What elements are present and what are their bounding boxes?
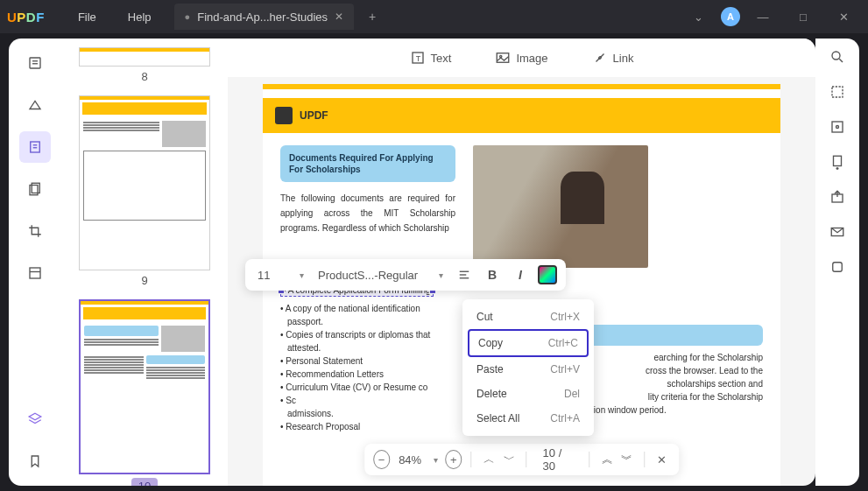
doc-brand: UPDF xyxy=(300,109,328,122)
zoom-in-button[interactable]: + xyxy=(445,450,462,469)
list-item: passport. xyxy=(280,317,447,326)
thumb-page-10[interactable]: 10 xyxy=(79,299,210,486)
bottom-nav: − 84% ▾ + ︿ ﹀ 10 / 30 ︾ ︾ ✕ xyxy=(364,444,680,475)
menu-file[interactable]: File xyxy=(62,11,112,24)
svg-point-21 xyxy=(836,126,839,129)
zoom-out-button[interactable]: − xyxy=(373,450,390,469)
svg-text:T: T xyxy=(415,54,420,63)
last-page-button[interactable]: ︾ xyxy=(618,450,635,469)
svg-rect-19 xyxy=(832,87,843,97)
list-item: • Research Proposal xyxy=(280,422,447,431)
new-tab-button[interactable]: + xyxy=(363,7,382,26)
ctx-copy[interactable]: CopyCtrl+C xyxy=(468,329,589,357)
thumb-page-9[interactable]: 9 xyxy=(79,95,210,287)
layers-icon[interactable] xyxy=(19,403,51,435)
svg-line-18 xyxy=(839,59,843,62)
tab-document[interactable]: ● Find-and-Ap...her-Studies ✕ xyxy=(174,4,355,30)
ocr-icon[interactable] xyxy=(829,84,845,103)
doc-logo-icon xyxy=(275,107,293,124)
tools-icon[interactable] xyxy=(19,257,51,289)
bookmark-icon[interactable] xyxy=(19,445,51,477)
avatar[interactable]: A xyxy=(721,7,740,26)
next-page-button[interactable]: ﹀ xyxy=(501,450,518,469)
ctx-paste[interactable]: PasteCtrl+V xyxy=(468,357,589,382)
search-icon[interactable] xyxy=(829,49,845,68)
thumb-page-8[interactable]: 8 xyxy=(79,47,210,83)
protect-icon[interactable] xyxy=(829,119,845,138)
context-menu: CutCtrl+X CopyCtrl+C PasteCtrl+V DeleteD… xyxy=(462,299,594,436)
top-toolbar: TText Image Link xyxy=(228,39,815,77)
window-minimize[interactable]: — xyxy=(745,0,780,33)
pages-icon[interactable] xyxy=(19,173,51,205)
tab-modified-icon: ● xyxy=(185,11,191,22)
svg-point-17 xyxy=(832,52,840,60)
edit-icon[interactable] xyxy=(19,131,51,163)
sidebar-right xyxy=(815,39,859,486)
align-icon[interactable] xyxy=(454,264,475,285)
list-item: • Copies of transcripts or diplomas that xyxy=(280,330,447,340)
chevron-down-icon[interactable]: ▾ xyxy=(296,270,307,280)
svg-rect-22 xyxy=(834,156,842,165)
svg-rect-20 xyxy=(832,122,843,132)
format-toolbar: ▾ ▾ B I xyxy=(245,259,566,291)
sidebar-left xyxy=(9,39,61,486)
font-family-select[interactable] xyxy=(314,265,428,285)
svg-rect-3 xyxy=(31,142,40,152)
nav-close-button[interactable]: ✕ xyxy=(653,450,670,469)
list-item: • A copy of the national identification xyxy=(280,304,447,313)
color-picker[interactable] xyxy=(538,265,557,284)
tool-image[interactable]: Image xyxy=(495,50,547,66)
list-item: attested. xyxy=(280,343,447,353)
tool-link[interactable]: Link xyxy=(592,50,634,66)
bold-button[interactable]: B xyxy=(482,264,503,285)
mail-icon[interactable] xyxy=(829,224,845,243)
reader-icon[interactable] xyxy=(19,47,51,79)
main-canvas: TText Image Link UPDF Documents Required… xyxy=(228,39,815,486)
share-icon[interactable] xyxy=(829,189,845,208)
titlebar: UPDF File Help ● Find-and-Ap...her-Studi… xyxy=(0,0,868,33)
app-logo: UPDF xyxy=(7,10,45,25)
list-item: • Recommendation Letters xyxy=(280,369,447,379)
first-page-button[interactable]: ︾ xyxy=(598,450,615,469)
highlight-icon[interactable] xyxy=(19,89,51,121)
italic-button[interactable]: I xyxy=(510,264,531,285)
dropdown-icon[interactable]: ⌄ xyxy=(681,0,716,33)
chevron-down-icon[interactable]: ▾ xyxy=(435,270,447,280)
list-item: • Curriculum Vitae (CV) or Resume co xyxy=(280,382,447,392)
convert-icon[interactable] xyxy=(829,154,845,173)
list-item: admissions. xyxy=(280,409,447,418)
doc-header: UPDF xyxy=(263,98,780,133)
chevron-down-icon[interactable]: ▾ xyxy=(430,455,441,465)
tool-text[interactable]: TText xyxy=(410,50,452,66)
window-maximize[interactable]: □ xyxy=(786,0,821,33)
tab-title: Find-and-Ap...her-Studies xyxy=(197,11,328,24)
more-icon[interactable] xyxy=(829,259,845,278)
zoom-level: 84% xyxy=(393,453,427,466)
menu-help[interactable]: Help xyxy=(112,11,167,24)
list-item: • Sc xyxy=(280,396,447,405)
font-size-input[interactable] xyxy=(254,265,289,285)
crop-icon[interactable] xyxy=(19,215,51,247)
svg-rect-8 xyxy=(30,268,40,278)
svg-rect-25 xyxy=(833,263,843,272)
ctx-select-all[interactable]: Select AllCtrl+A xyxy=(468,406,589,431)
ctx-delete[interactable]: DeleteDel xyxy=(468,382,589,406)
page-indicator[interactable]: 10 / 30 xyxy=(536,445,581,474)
prev-page-button[interactable]: ︿ xyxy=(480,450,497,469)
doc-photo xyxy=(473,145,648,268)
doc-intro: The following documents are required for… xyxy=(280,191,455,235)
ctx-cut[interactable]: CutCtrl+X xyxy=(468,305,589,329)
list-item: • Personal Statement xyxy=(280,356,447,366)
window-close[interactable]: ✕ xyxy=(826,0,861,33)
tab-close-icon[interactable]: ✕ xyxy=(335,11,343,23)
thumbnail-panel: 8 9 10 xyxy=(61,39,228,486)
svg-rect-0 xyxy=(30,58,40,68)
doc-heading: Documents Required For Applying For Scho… xyxy=(280,145,455,182)
